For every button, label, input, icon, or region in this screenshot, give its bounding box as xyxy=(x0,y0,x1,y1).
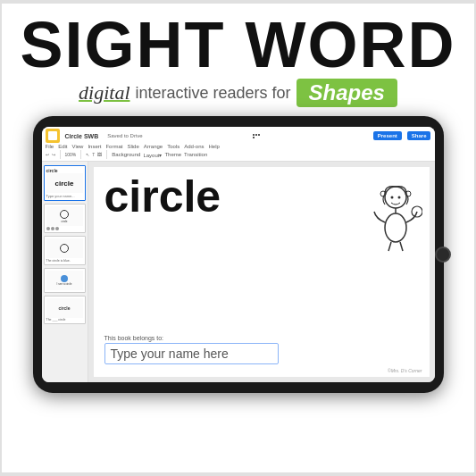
name-input-field[interactable]: Type your name here xyxy=(104,343,279,364)
thumb-1-label: Type your name... xyxy=(46,194,83,198)
blue-circle-thumb xyxy=(61,275,68,282)
slide-character xyxy=(369,172,422,253)
thumbnail-4[interactable]: I see a circle xyxy=(44,268,86,293)
thumb-1-preview: circle xyxy=(55,180,74,188)
copyright-text: ©Mrs. D's Corner xyxy=(388,368,422,373)
svg-line-8 xyxy=(400,242,403,251)
subtitle-interactive: interactive readers for xyxy=(136,84,291,103)
subtitle-digital: digital xyxy=(79,81,129,104)
page-title: SIGHT WORD xyxy=(20,13,456,77)
share-button[interactable]: Share xyxy=(407,131,431,140)
svg-point-5 xyxy=(397,196,400,199)
circle-shape-thumb xyxy=(60,210,69,219)
circle-outline-thumb xyxy=(60,244,69,253)
tablet-wrapper: Circle SWB Saved to Drive Present Share xyxy=(24,116,453,393)
thumb-3-label: The circle is blue. xyxy=(46,259,83,263)
menu-file[interactable]: File xyxy=(46,144,54,149)
slides-menu-bar: File Edit View Insert Format Slide Arran… xyxy=(46,144,431,149)
slides-toolbar: Circle SWB Saved to Drive Present Share xyxy=(42,127,435,162)
thumb-5-preview: circle xyxy=(58,305,70,311)
separator-1 xyxy=(60,150,61,159)
grid-view-icon[interactable] xyxy=(253,134,260,138)
slides-filename: Circle SWB xyxy=(65,133,99,139)
menu-view[interactable]: View xyxy=(72,144,84,149)
svg-point-0 xyxy=(385,213,406,242)
menu-arrange[interactable]: Arrange xyxy=(144,144,163,149)
thumb-4-content: I see a circle xyxy=(46,271,83,290)
menu-transition[interactable]: Transition xyxy=(184,152,207,157)
menu-tools[interactable]: Tools xyxy=(167,144,180,149)
cursor-icon[interactable]: ↖ xyxy=(86,152,89,157)
thumb-5-label: The ___ circle xyxy=(46,318,83,322)
separator-2 xyxy=(80,150,81,159)
menu-help[interactable]: Help xyxy=(209,144,220,149)
thumbnail-2[interactable]: circle xyxy=(44,204,86,233)
slides-app-icon xyxy=(46,129,60,143)
slides-thumbnail-panel: circle circle Type your name... xyxy=(42,162,88,382)
menu-edit[interactable]: Edit xyxy=(58,144,67,149)
subtitle-row: digital interactive readers for Shapes xyxy=(20,79,456,107)
menu-format[interactable]: Format xyxy=(105,144,122,149)
slides-canvas: circle xyxy=(88,162,435,382)
menu-addons[interactable]: Add-ons xyxy=(184,144,204,149)
thumb-1-content: circle xyxy=(46,173,83,193)
image-icon[interactable]: 🖼 xyxy=(97,152,102,157)
slides-icon-inner xyxy=(48,131,57,140)
thumb-5-content: circle xyxy=(46,298,83,318)
shapes-badge: Shapes xyxy=(296,79,397,107)
slides-icon-bar: ↩ ↪ 100% ↖ T 🖼 Background Layout▾ Theme … xyxy=(46,150,431,159)
menu-background[interactable]: Background xyxy=(112,152,140,157)
menu-layout[interactable]: Layout▾ xyxy=(143,152,162,158)
svg-line-7 xyxy=(388,242,391,251)
belongs-label: This book belongs to: xyxy=(104,335,419,341)
thumbnail-5[interactable]: circle The ___ circle xyxy=(44,296,86,324)
menu-insert[interactable]: Insert xyxy=(88,144,101,149)
text-icon[interactable]: T xyxy=(92,152,95,157)
separator-3 xyxy=(106,150,107,159)
slides-top-bar: Circle SWB Saved to Drive Present Share xyxy=(46,129,431,143)
undo-icon[interactable]: ↩ xyxy=(46,152,49,157)
menu-theme[interactable]: Theme xyxy=(164,152,181,157)
redo-icon[interactable]: ↪ xyxy=(52,152,55,157)
thumb-4-label: I see a circle xyxy=(57,282,72,286)
slide-main-content: circle xyxy=(94,167,430,377)
zoom-level[interactable]: 100% xyxy=(65,152,77,157)
thumb-3-content xyxy=(46,238,83,258)
menu-slide[interactable]: Slide xyxy=(127,144,138,149)
present-button[interactable]: Present xyxy=(373,131,402,140)
thumb-2-content: circle xyxy=(46,206,83,226)
slides-save-status: Saved to Drive xyxy=(107,133,142,138)
thumbnail-1[interactable]: circle circle Type your name... xyxy=(44,165,86,201)
header: SIGHT WORD digital interactive readers f… xyxy=(2,4,474,109)
thumbnail-3[interactable]: The circle is blue. xyxy=(44,236,86,265)
svg-point-4 xyxy=(390,196,393,199)
thumb-2-text: circle xyxy=(61,220,67,223)
slides-main: circle circle Type your name... xyxy=(42,162,435,382)
tablet-screen: Circle SWB Saved to Drive Present Share xyxy=(42,127,435,382)
belongs-section: This book belongs to: Type your name her… xyxy=(104,335,419,370)
page-container: SIGHT WORD digital interactive readers f… xyxy=(0,2,476,474)
character-illustration xyxy=(369,172,422,253)
tablet-device: Circle SWB Saved to Drive Present Share xyxy=(33,116,444,393)
